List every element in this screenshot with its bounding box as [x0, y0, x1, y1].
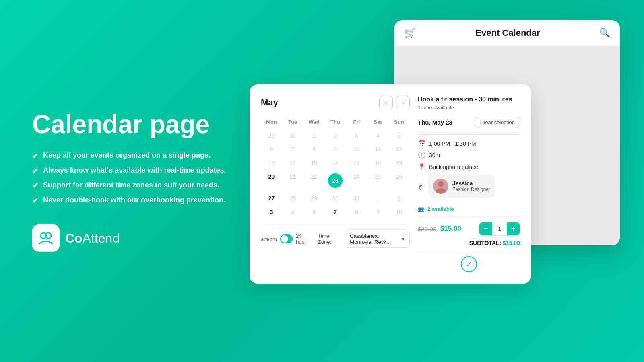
cal-cell-3a[interactable]: 3: [346, 130, 367, 141]
calendar-nav: May ‹ ›: [261, 96, 410, 109]
cal-cell-13[interactable]: 13: [261, 157, 282, 169]
cal-cell-5b[interactable]: 5: [303, 206, 325, 218]
checkmark-icon: ✓: [466, 259, 473, 269]
feature-item-4: ✔ Never double-book with our overbooking…: [32, 196, 242, 205]
cal-cell-4a[interactable]: 4: [367, 130, 388, 141]
cal-header-thu: Thu: [325, 117, 346, 127]
cal-cell-18[interactable]: 18: [367, 157, 388, 169]
subtotal-row: SUBTOTAL: $15.00: [418, 240, 520, 246]
cal-cell-16[interactable]: 16: [325, 157, 346, 169]
chevron-down-icon: ▾: [402, 236, 405, 242]
cal-row-4: 20 21 22 23 24 25 26: [261, 171, 410, 190]
cal-cell-3[interactable]: 3: [261, 206, 282, 218]
cal-cell-10b[interactable]: 10: [388, 206, 410, 218]
check-icon-3: ✔: [32, 181, 38, 190]
host-name: Jessica: [452, 180, 490, 187]
decrease-qty-button[interactable]: −: [479, 222, 492, 235]
divider-2: [418, 217, 520, 217]
confirm-row: ✓: [418, 256, 520, 272]
quantity-control: − 1 +: [479, 222, 520, 236]
calendar-card: May ‹ › Mon Tue Wed Thu Fri Sat Sun 29 3…: [250, 84, 531, 284]
available-count: 2 available: [427, 206, 454, 212]
people-icon: 👥: [418, 206, 424, 212]
price-row: $20.00 $15.00 − 1 +: [418, 222, 520, 236]
host-info: Jessica Fashion Designer: [452, 180, 490, 192]
booking-pane: Book a fit session - 30 minutes 1 time a…: [418, 96, 520, 272]
location-detail-row: 📍 Buckingham palace: [418, 163, 520, 171]
cal-cell-30a[interactable]: 30: [282, 130, 303, 141]
cal-cell-29a[interactable]: 29: [261, 130, 282, 141]
features-list: ✔ Keep all your events organized on a si…: [32, 151, 242, 205]
host-row: 🎙 Jessica Fashion Designer: [418, 175, 520, 202]
host-role: Fashion Designer: [452, 187, 490, 192]
cal-cell-8b[interactable]: 8: [346, 206, 367, 218]
cal-cell-21[interactable]: 21: [282, 171, 303, 190]
search-icon[interactable]: 🔍: [599, 28, 610, 38]
cal-cell-9[interactable]: 9: [325, 144, 346, 155]
prev-month-button[interactable]: ‹: [379, 96, 393, 109]
subtotal-amount: $15.00: [503, 240, 520, 246]
next-month-button[interactable]: ›: [396, 96, 410, 109]
check-icon-4: ✔: [32, 196, 38, 205]
calendar-pane: May ‹ › Mon Tue Wed Thu Fri Sat Sun 29 3…: [261, 96, 410, 248]
booking-title: Book a fit session - 30 minutes: [418, 96, 520, 103]
cal-cell-1a[interactable]: 1: [303, 130, 325, 141]
cal-cell-26[interactable]: 26: [388, 171, 410, 190]
cal-cell-28[interactable]: 28: [282, 193, 303, 204]
cal-cell-30b[interactable]: 30: [325, 193, 346, 204]
cal-cell-5a[interactable]: 5: [388, 130, 410, 141]
cal-cell-10[interactable]: 10: [346, 144, 367, 155]
calendar-detail-icon: 📅: [418, 140, 425, 147]
confirm-button[interactable]: ✓: [461, 256, 477, 272]
duration-detail-row: 🕐 30m: [418, 151, 520, 159]
feature-text-3: Support for different time zones to suit…: [43, 181, 219, 189]
cal-cell-27[interactable]: 27: [261, 193, 282, 204]
subtotal-label: SUBTOTAL:: [469, 240, 502, 246]
cal-cell-2a[interactable]: 2: [325, 130, 346, 141]
cal-cell-4b[interactable]: 4: [282, 206, 303, 218]
app-header-title: Event Calendar: [475, 28, 540, 38]
cal-cell-24[interactable]: 24: [346, 171, 367, 190]
cal-cell-23-selected[interactable]: 23: [328, 173, 343, 188]
cal-cell-1b[interactable]: 1: [367, 193, 388, 204]
cal-cell-14[interactable]: 14: [282, 157, 303, 169]
cal-cell-25[interactable]: 25: [367, 171, 388, 190]
timezone-value: Casablanca, Monrovia, Reyk...: [350, 233, 399, 245]
hour24-label: 24 hour: [296, 233, 310, 245]
cal-row-2: 6 7 8 9 10 11 12: [261, 144, 410, 155]
cal-cell-8[interactable]: 8: [303, 144, 325, 155]
cal-cell-15[interactable]: 15: [303, 157, 325, 169]
cal-cell-19[interactable]: 19: [388, 157, 410, 169]
calendar-header-row: Mon Tue Wed Thu Fri Sat Sun: [261, 117, 410, 127]
clear-selection-button[interactable]: Clear selection: [475, 117, 520, 128]
cal-header-wed: Wed: [303, 117, 325, 127]
cal-cell-6[interactable]: 6: [261, 144, 282, 155]
cal-cell-22[interactable]: 22: [303, 171, 325, 190]
cal-cell-9b[interactable]: 9: [367, 206, 388, 218]
cal-header-sun: Sun: [388, 117, 410, 127]
cal-cell-29b[interactable]: 29: [303, 193, 325, 204]
brand: CoAttend: [32, 224, 242, 252]
cal-cell-23[interactable]: 23: [325, 171, 346, 190]
calendar-grid: Mon Tue Wed Thu Fri Sat Sun 29 30 1 2 3 …: [261, 117, 410, 218]
app-header: 🛒 Event Calendar 🔍: [394, 20, 620, 46]
location: Buckingham palace: [429, 164, 478, 170]
cal-cell-7[interactable]: 7: [282, 144, 303, 155]
cal-cell-2b[interactable]: 2: [388, 193, 410, 204]
booking-subtitle: 1 time available: [418, 105, 520, 111]
cal-cell-17[interactable]: 17: [346, 157, 367, 169]
location-icon: 📍: [418, 163, 425, 171]
toggle-switch[interactable]: [280, 234, 293, 243]
timezone-select[interactable]: Casablanca, Monrovia, Reyk... ▾: [345, 230, 410, 248]
nav-buttons: ‹ ›: [379, 96, 410, 109]
page-title: Calendar page: [32, 110, 242, 138]
ampm-toggle: am/pm 24 hour: [261, 233, 310, 245]
cal-cell-11[interactable]: 11: [367, 144, 388, 155]
cal-header-mon: Mon: [261, 117, 282, 127]
cal-cell-31[interactable]: 31: [346, 193, 367, 204]
cal-cell-7[interactable]: 7: [325, 206, 346, 218]
increase-qty-button[interactable]: +: [507, 222, 520, 235]
cal-cell-12[interactable]: 12: [388, 144, 410, 155]
divider-1: [418, 134, 520, 135]
cal-cell-20[interactable]: 20: [261, 171, 282, 190]
